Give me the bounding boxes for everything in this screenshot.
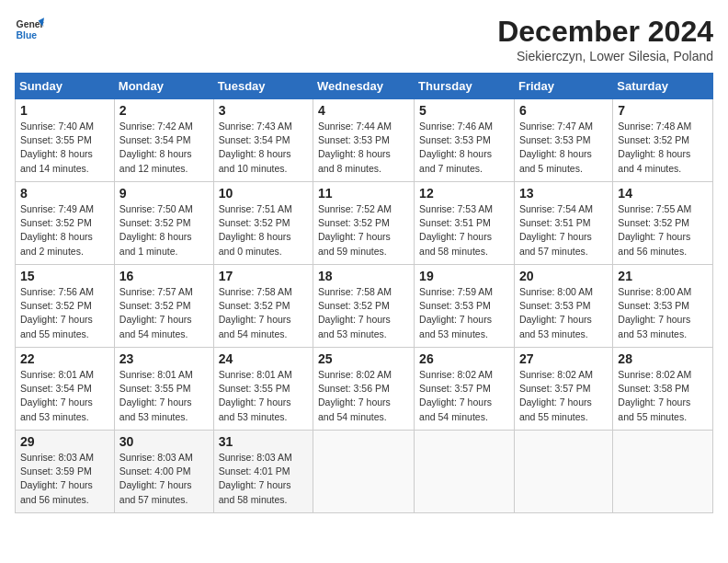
- sunrise-time: Sunrise: 7:59 AM: [419, 286, 493, 297]
- sunrise-time: Sunrise: 7:47 AM: [519, 121, 593, 132]
- table-row: 13 Sunrise: 7:54 AM Sunset: 3:51 PM Dayl…: [514, 182, 612, 265]
- sunset-time: Sunset: 3:52 PM: [119, 217, 191, 228]
- day-info: Sunrise: 7:48 AM Sunset: 3:52 PM Dayligh…: [618, 120, 708, 176]
- day-number: 8: [20, 186, 109, 201]
- sunset-time: Sunset: 3:51 PM: [419, 217, 491, 228]
- day-number: 3: [219, 103, 308, 118]
- day-number: 28: [618, 351, 708, 366]
- day-number: 19: [419, 269, 509, 283]
- day-info: Sunrise: 7:40 AM Sunset: 3:55 PM Dayligh…: [20, 120, 109, 176]
- table-row: 31 Sunrise: 8:03 AM Sunset: 4:01 PM Dayl…: [213, 431, 313, 513]
- sunrise-time: Sunrise: 8:03 AM: [119, 452, 193, 463]
- sunrise-time: Sunrise: 7:50 AM: [119, 203, 193, 214]
- sunrise-time: Sunrise: 8:02 AM: [618, 369, 691, 380]
- day-info: Sunrise: 7:53 AM Sunset: 3:51 PM Dayligh…: [419, 202, 509, 259]
- col-wednesday: Wednesday: [313, 74, 415, 99]
- day-number: 17: [219, 269, 308, 283]
- daylight-hours: Daylight: 7 hours and 53 minutes.: [318, 314, 391, 339]
- sunset-time: Sunset: 3:52 PM: [119, 300, 191, 311]
- sunset-time: Sunset: 3:56 PM: [318, 383, 390, 394]
- daylight-hours: Daylight: 7 hours and 54 minutes.: [419, 396, 492, 421]
- day-number: 21: [618, 269, 708, 283]
- sunrise-time: Sunrise: 7:44 AM: [318, 121, 392, 132]
- daylight-hours: Daylight: 7 hours and 57 minutes.: [519, 231, 592, 256]
- daylight-hours: Daylight: 8 hours and 0 minutes.: [219, 231, 291, 256]
- sunrise-time: Sunrise: 7:40 AM: [20, 121, 94, 132]
- sunrise-time: Sunrise: 8:02 AM: [419, 369, 493, 380]
- daylight-hours: Daylight: 7 hours and 53 minutes.: [519, 314, 592, 339]
- sunset-time: Sunset: 3:52 PM: [618, 217, 689, 228]
- sunset-time: Sunset: 3:55 PM: [119, 383, 191, 394]
- day-info: Sunrise: 7:55 AM Sunset: 3:52 PM Dayligh…: [618, 202, 708, 259]
- daylight-hours: Daylight: 7 hours and 53 minutes.: [618, 314, 690, 339]
- sunset-time: Sunset: 3:59 PM: [20, 465, 92, 477]
- sunset-time: Sunset: 3:53 PM: [419, 134, 491, 145]
- sunrise-time: Sunrise: 8:00 AM: [618, 286, 691, 297]
- table-row: 22 Sunrise: 8:01 AM Sunset: 3:54 PM Dayl…: [16, 348, 115, 431]
- calendar-week-row: 22 Sunrise: 8:01 AM Sunset: 3:54 PM Dayl…: [16, 348, 713, 431]
- sunset-time: Sunset: 3:52 PM: [219, 300, 290, 311]
- sunrise-time: Sunrise: 7:46 AM: [419, 121, 493, 132]
- daylight-hours: Daylight: 8 hours and 7 minutes.: [419, 148, 492, 173]
- day-info: Sunrise: 8:01 AM Sunset: 3:55 PM Dayligh…: [119, 368, 209, 424]
- day-number: 14: [618, 186, 708, 201]
- day-info: Sunrise: 8:00 AM Sunset: 3:53 PM Dayligh…: [618, 285, 708, 341]
- table-row: 30 Sunrise: 8:03 AM Sunset: 4:00 PM Dayl…: [114, 431, 213, 513]
- sunrise-time: Sunrise: 8:01 AM: [119, 369, 193, 380]
- col-thursday: Thursday: [415, 74, 515, 99]
- daylight-hours: Daylight: 7 hours and 53 minutes.: [119, 396, 192, 421]
- table-row: 26 Sunrise: 8:02 AM Sunset: 3:57 PM Dayl…: [415, 348, 515, 431]
- day-info: Sunrise: 8:01 AM Sunset: 3:54 PM Dayligh…: [20, 368, 109, 424]
- sunset-time: Sunset: 3:51 PM: [519, 217, 591, 228]
- table-row: 28 Sunrise: 8:02 AM Sunset: 3:58 PM Dayl…: [613, 348, 713, 431]
- day-info: Sunrise: 8:02 AM Sunset: 3:58 PM Dayligh…: [618, 368, 708, 424]
- calendar-week-row: 29 Sunrise: 8:03 AM Sunset: 3:59 PM Dayl…: [16, 431, 713, 513]
- day-number: 11: [318, 186, 409, 201]
- daylight-hours: Daylight: 8 hours and 5 minutes.: [519, 148, 592, 173]
- logo-icon: General Blue: [15, 15, 44, 44]
- sunrise-time: Sunrise: 8:01 AM: [20, 369, 94, 380]
- title-block: December 2024 Siekierczyn, Lower Silesia…: [497, 15, 713, 63]
- table-row: 23 Sunrise: 8:01 AM Sunset: 3:55 PM Dayl…: [114, 348, 213, 431]
- day-info: Sunrise: 7:43 AM Sunset: 3:54 PM Dayligh…: [219, 120, 308, 176]
- day-number: 25: [318, 351, 409, 366]
- daylight-hours: Daylight: 8 hours and 10 minutes.: [219, 148, 291, 173]
- day-number: 18: [318, 269, 409, 283]
- table-row: 2 Sunrise: 7:42 AM Sunset: 3:54 PM Dayli…: [114, 99, 213, 182]
- day-number: 20: [519, 269, 608, 283]
- sunset-time: Sunset: 3:53 PM: [519, 134, 591, 145]
- sunrise-time: Sunrise: 8:02 AM: [519, 369, 593, 380]
- table-row: 20 Sunrise: 8:00 AM Sunset: 3:53 PM Dayl…: [514, 265, 612, 348]
- daylight-hours: Daylight: 7 hours and 54 minutes.: [219, 314, 291, 339]
- day-info: Sunrise: 8:03 AM Sunset: 4:00 PM Dayligh…: [119, 451, 209, 507]
- sunrise-time: Sunrise: 7:49 AM: [20, 203, 94, 214]
- calendar-table: Sunday Monday Tuesday Wednesday Thursday…: [15, 73, 713, 513]
- sunrise-time: Sunrise: 7:55 AM: [618, 203, 691, 214]
- daylight-hours: Daylight: 7 hours and 53 minutes.: [20, 396, 93, 421]
- day-number: 23: [119, 351, 209, 366]
- sunrise-time: Sunrise: 7:43 AM: [219, 121, 292, 132]
- day-info: Sunrise: 7:46 AM Sunset: 3:53 PM Dayligh…: [419, 120, 509, 176]
- sunset-time: Sunset: 3:52 PM: [618, 134, 689, 145]
- day-number: 2: [119, 103, 209, 118]
- day-info: Sunrise: 8:02 AM Sunset: 3:57 PM Dayligh…: [419, 368, 509, 424]
- table-row: 8 Sunrise: 7:49 AM Sunset: 3:52 PM Dayli…: [16, 182, 115, 265]
- sunrise-time: Sunrise: 8:03 AM: [20, 452, 94, 463]
- daylight-hours: Daylight: 7 hours and 53 minutes.: [219, 396, 291, 421]
- daylight-hours: Daylight: 7 hours and 55 minutes.: [618, 396, 690, 421]
- page-header: General Blue December 2024 Siekierczyn, …: [15, 15, 713, 63]
- table-row: 12 Sunrise: 7:53 AM Sunset: 3:51 PM Dayl…: [415, 182, 515, 265]
- day-number: 13: [519, 186, 608, 201]
- table-row: 10 Sunrise: 7:51 AM Sunset: 3:52 PM Dayl…: [213, 182, 313, 265]
- sunset-time: Sunset: 3:52 PM: [20, 300, 92, 311]
- sunset-time: Sunset: 3:52 PM: [318, 217, 390, 228]
- sunset-time: Sunset: 3:53 PM: [618, 300, 689, 311]
- table-row: 16 Sunrise: 7:57 AM Sunset: 3:52 PM Dayl…: [114, 265, 213, 348]
- table-row: [514, 431, 612, 513]
- daylight-hours: Daylight: 7 hours and 57 minutes.: [119, 479, 192, 504]
- day-number: 9: [119, 186, 209, 201]
- sunrise-time: Sunrise: 7:48 AM: [618, 121, 691, 132]
- sunset-time: Sunset: 3:54 PM: [20, 383, 92, 394]
- sunset-time: Sunset: 3:53 PM: [318, 134, 390, 145]
- day-number: 27: [519, 351, 608, 366]
